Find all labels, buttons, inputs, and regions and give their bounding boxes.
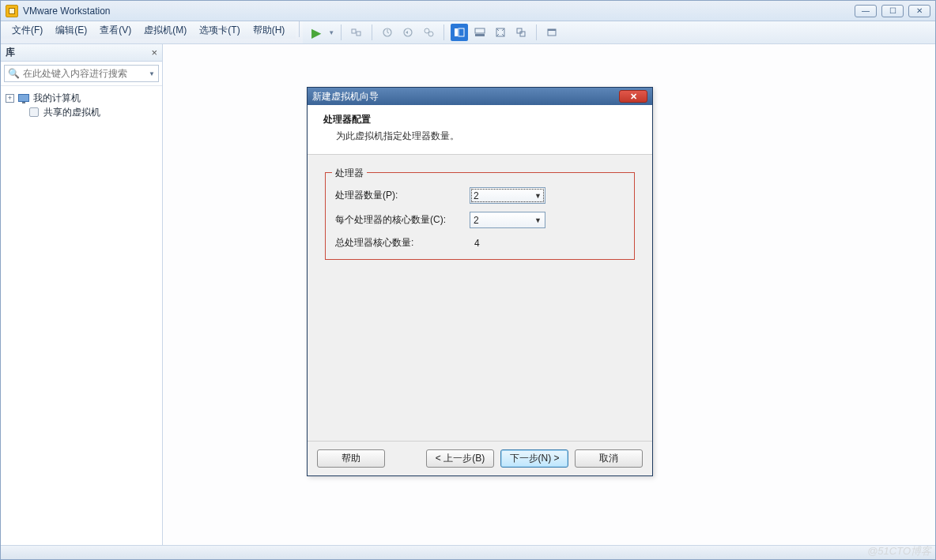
send-ctrl-alt-del-icon[interactable]: [348, 24, 365, 41]
menu-tabs[interactable]: 选项卡(T): [193, 22, 246, 39]
dialog-title: 新建虚拟机向导: [312, 90, 379, 103]
unity-icon[interactable]: [512, 24, 530, 41]
svg-rect-9: [475, 34, 485, 36]
expand-icon[interactable]: +: [6, 94, 14, 103]
console-view-icon[interactable]: [543, 24, 560, 41]
maximize-button[interactable]: ☐: [881, 5, 904, 17]
total-cores-label: 总处理器核心数量:: [335, 236, 470, 250]
svg-rect-12: [520, 32, 525, 36]
menu-vm[interactable]: 虚拟机(M): [138, 22, 193, 39]
library-sidebar: 库 × 🔍 ▼ + 我的计算机 共享的虚拟机: [1, 44, 163, 545]
library-close-icon[interactable]: ×: [151, 47, 157, 58]
window-title: VMware Workstation: [23, 6, 110, 17]
dialog-title-bar: 新建虚拟机向导 ✕: [308, 88, 652, 105]
menu-file[interactable]: 文件(F): [6, 22, 49, 39]
search-icon: 🔍: [8, 68, 20, 79]
search-input[interactable]: [23, 68, 145, 79]
library-header: 库 ×: [1, 44, 162, 62]
view-thumbnail-bottom-icon[interactable]: [471, 24, 489, 41]
menu-edit[interactable]: 编辑(E): [49, 22, 93, 39]
snapshot-take-icon[interactable]: [379, 24, 396, 41]
svg-rect-11: [517, 28, 522, 33]
cancel-button[interactable]: 取消: [575, 449, 643, 468]
dialog-footer: 帮助 < 上一步(B) 下一步(N) > 取消: [308, 441, 652, 475]
menu-view[interactable]: 查看(V): [93, 22, 138, 39]
svg-rect-0: [352, 29, 356, 33]
snapshot-revert-icon[interactable]: [399, 24, 417, 41]
fullscreen-icon[interactable]: [492, 24, 509, 41]
power-on-icon[interactable]: ▶: [308, 24, 325, 41]
processor-count-select[interactable]: 2 ▼: [470, 187, 545, 204]
svg-point-5: [428, 32, 433, 36]
next-button[interactable]: 下一步(N) >: [500, 449, 568, 468]
computer-icon: [17, 93, 30, 103]
processor-count-label: 处理器数量(P):: [335, 189, 470, 202]
cores-per-processor-label: 每个处理器的核心数量(C):: [335, 213, 470, 227]
dialog-header-title: 处理器配置: [323, 113, 640, 126]
vmware-icon: [6, 5, 18, 17]
search-dropdown-icon[interactable]: ▼: [149, 70, 155, 77]
processor-group-label: 处理器: [332, 167, 367, 180]
total-cores-value: 4: [470, 238, 480, 249]
snapshot-manager-icon[interactable]: [420, 24, 437, 41]
svg-rect-8: [475, 28, 485, 33]
svg-rect-6: [455, 28, 458, 36]
dialog-header-subtitle: 为此虚拟机指定处理器数量。: [323, 130, 640, 143]
dialog-close-button[interactable]: ✕: [619, 90, 647, 103]
row-processor-count: 处理器数量(P): 2 ▼: [335, 187, 625, 204]
power-dropdown-icon[interactable]: ▼: [328, 29, 334, 36]
help-button[interactable]: 帮助: [317, 449, 385, 468]
svg-rect-7: [459, 28, 464, 36]
view-thumbnail-left-icon[interactable]: [451, 24, 468, 41]
processor-count-value: 2: [474, 190, 534, 201]
library-search[interactable]: 🔍 ▼: [4, 65, 159, 82]
processor-group: 处理器 处理器数量(P): 2 ▼ 每个处理器的核心数量(C): 2 ▼ 总处理…: [325, 172, 635, 260]
svg-rect-1: [357, 32, 360, 36]
dialog-body: 处理器 处理器数量(P): 2 ▼ 每个处理器的核心数量(C): 2 ▼ 总处理…: [308, 155, 652, 441]
chevron-down-icon: ▼: [534, 216, 542, 224]
close-button[interactable]: ✕: [908, 5, 930, 17]
shared-vm-icon: [28, 107, 40, 117]
tree-node-shared-vm[interactable]: 共享的虚拟机: [4, 105, 159, 119]
new-vm-wizard-dialog: 新建虚拟机向导 ✕ 处理器配置 为此虚拟机指定处理器数量。 处理器 处理器数量(…: [307, 87, 653, 476]
svg-rect-14: [548, 29, 556, 31]
dialog-header: 处理器配置 为此虚拟机指定处理器数量。: [308, 105, 652, 155]
tree-node-my-computer[interactable]: + 我的计算机: [4, 91, 159, 105]
cores-per-processor-value: 2: [474, 215, 534, 226]
library-tree: + 我的计算机 共享的虚拟机: [1, 86, 162, 124]
chevron-down-icon: ▼: [534, 192, 542, 200]
minimize-button[interactable]: —: [855, 5, 877, 17]
tree-label: 共享的虚拟机: [43, 106, 100, 119]
cores-per-processor-select[interactable]: 2 ▼: [470, 212, 545, 228]
menu-help[interactable]: 帮助(H): [247, 22, 292, 39]
row-total-cores: 总处理器核心数量: 4: [335, 236, 625, 250]
tree-label: 我的计算机: [33, 92, 81, 105]
title-bar: VMware Workstation — ☐ ✕: [1, 1, 935, 21]
row-cores-per-processor: 每个处理器的核心数量(C): 2 ▼: [335, 212, 625, 228]
back-button[interactable]: < 上一步(B): [426, 449, 494, 468]
library-title: 库: [6, 46, 15, 59]
status-bar: [1, 545, 935, 559]
